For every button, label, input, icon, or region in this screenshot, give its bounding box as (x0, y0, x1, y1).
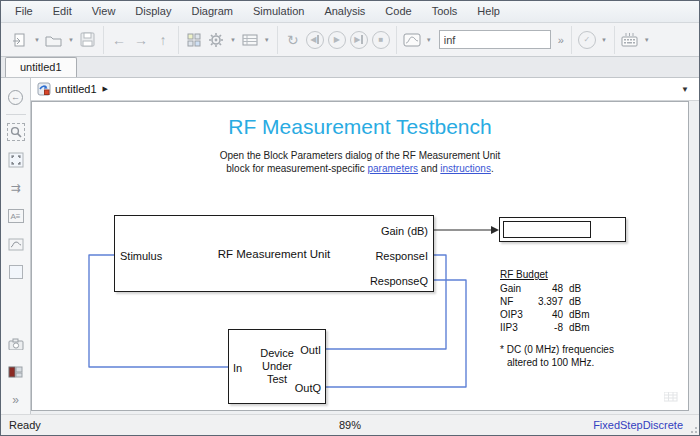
port-gain-db: Gain (dB) (381, 225, 428, 237)
save-button[interactable] (77, 29, 99, 51)
breadcrumb-dropdown-icon[interactable]: ▼ (681, 85, 693, 94)
back-button[interactable]: ← (108, 29, 130, 51)
menu-view[interactable]: View (82, 1, 126, 22)
table-dropdown-caret[interactable]: ▼ (261, 37, 273, 43)
screenshot-button[interactable] (5, 333, 27, 355)
menu-display[interactable]: Display (125, 1, 181, 22)
model-canvas[interactable]: RF Measurement Testbench Open the Block … (31, 101, 689, 411)
toolbar-file-group: ▼ ▼ (5, 26, 104, 54)
save-icon (80, 32, 95, 47)
port-outQ: OutQ (295, 382, 321, 394)
update-diagram-icon: ↻ (287, 33, 299, 47)
menu-tools[interactable]: Tools (422, 1, 468, 22)
toolbar-debug-group: ▼ (615, 26, 657, 54)
toolbar-simtime-group: ▼ » (397, 26, 572, 54)
resize-grip[interactable] (688, 424, 697, 433)
run-button[interactable]: ▶ (326, 29, 348, 51)
fit-to-view-icon (8, 152, 24, 168)
up-button[interactable]: ↑ (152, 29, 174, 51)
up-icon: ↑ (159, 33, 166, 47)
port-stimulus: Stimulus (120, 250, 162, 262)
settings-dropdown-caret[interactable]: ▼ (227, 37, 239, 43)
menu-code[interactable]: Code (375, 1, 421, 22)
new-model-button[interactable] (9, 29, 31, 51)
rf-budget-annotation[interactable]: RF Budget Gain48dB NF3.397dB OIP340dBm I… (500, 268, 614, 369)
toolbar-nav-group: ← → ↑ (104, 26, 179, 54)
canvas-wrap: RF Measurement Testbench Open the Block … (31, 101, 699, 414)
chevrons-icon: » (12, 394, 19, 406)
zoom-button[interactable] (5, 121, 27, 143)
camera-icon (8, 338, 24, 350)
menu-diagram[interactable]: Diagram (181, 1, 243, 22)
wire-responseQ[interactable] (326, 280, 466, 387)
palette-sidebar: ← ⇉ A≡ (1, 78, 31, 414)
simulation-mode-button[interactable] (401, 29, 423, 51)
menu-analysis[interactable]: Analysis (314, 1, 375, 22)
model-browser-icon (8, 365, 23, 379)
zoom-icon (7, 123, 25, 141)
breadcrumb-model-name[interactable]: untitled1 (55, 83, 97, 95)
stop-button[interactable]: ■ (370, 29, 392, 51)
back-icon: ← (112, 33, 126, 47)
rf-budget-footnote: * DC (0 MHz) frequencies altered to 100 … (500, 343, 614, 369)
curve-annotation-button[interactable] (5, 233, 27, 255)
menu-file[interactable]: File (5, 1, 43, 22)
gear-icon (208, 32, 224, 48)
open-button[interactable] (43, 29, 65, 51)
check-icon: ✓ (578, 31, 596, 49)
debug-button[interactable] (619, 29, 641, 51)
rf-budget-row: NF3.397dB (500, 295, 614, 308)
annotation-icon: A≡ (8, 209, 24, 223)
menu-edit[interactable]: Edit (43, 1, 82, 22)
forward-button[interactable]: → (130, 29, 152, 51)
area-button[interactable] (5, 261, 27, 283)
step-back-button[interactable]: ◀ (304, 29, 326, 51)
model-browser-button[interactable] (5, 361, 27, 383)
menu-bar: File Edit View Display Diagram Simulatio… (1, 1, 699, 23)
debug-dropdown-caret[interactable]: ▼ (641, 37, 653, 43)
open-folder-icon (45, 33, 62, 47)
menu-simulation[interactable]: Simulation (243, 1, 314, 22)
breadcrumb: untitled1 ▶ ▼ (31, 78, 699, 101)
editor-pane: untitled1 ▶ ▼ RF Measurement Testbench O… (31, 78, 699, 414)
rf-measurement-unit-block[interactable]: RF Measurement Unit Stimulus Gain (dB) R… (114, 215, 434, 292)
fit-to-view-button[interactable] (5, 149, 27, 171)
model-advisor-button[interactable]: ✓ (576, 29, 598, 51)
simulink-window: File Edit View Display Diagram Simulatio… (0, 0, 700, 436)
port-responseQ: ResponseQ (370, 275, 428, 287)
port-outI: OutI (300, 344, 321, 356)
signal-routing-button[interactable]: ⇉ (5, 177, 27, 199)
sidebar-expand-button[interactable]: » (5, 389, 27, 411)
simmode-dropdown-caret[interactable]: ▼ (423, 37, 435, 43)
toolbar-overflow-chevrons[interactable]: » (555, 34, 567, 46)
device-under-test-block[interactable]: Device Under Test In OutI OutQ (228, 329, 326, 404)
tab-untitled1[interactable]: untitled1 (5, 57, 77, 77)
sim-stop-time-input[interactable] (439, 30, 551, 49)
menu-help[interactable]: Help (467, 1, 510, 22)
annotation-button[interactable]: A≡ (5, 205, 27, 227)
library-browser-button[interactable] (183, 29, 205, 51)
advisor-dropdown-caret[interactable]: ▼ (598, 37, 610, 43)
model-settings-button[interactable] (205, 29, 227, 51)
keyboard-icon (621, 32, 638, 47)
tab-bar: untitled1 (1, 57, 699, 78)
hide-browser-button[interactable]: ← (5, 86, 27, 108)
signal-arrows-icon: ⇉ (10, 182, 20, 194)
toolbar-sim-group: ↻ ◀ ▶ ▶ ■ (278, 26, 397, 54)
wire-gain-arrowhead (491, 226, 499, 234)
new-model-dropdown-caret[interactable]: ▼ (31, 37, 43, 43)
model-data-editor-button[interactable] (239, 29, 261, 51)
toolbar-check-group: ✓ ▼ (572, 26, 615, 54)
port-responseI: ResponseI (375, 250, 428, 262)
breadcrumb-arrow-icon[interactable]: ▶ (103, 85, 108, 93)
port-in: In (233, 362, 242, 374)
update-diagram-button[interactable]: ↻ (282, 29, 304, 51)
solver-label[interactable]: FixedStepDiscrete (593, 419, 699, 431)
step-back-icon: ◀ (306, 31, 324, 49)
step-forward-button[interactable]: ▶ (348, 29, 370, 51)
table-icon (242, 34, 258, 46)
display-value-field (503, 221, 591, 238)
canvas-badge-icon (664, 392, 678, 402)
gain-display-block[interactable] (499, 217, 626, 242)
open-dropdown-caret[interactable]: ▼ (65, 37, 77, 43)
